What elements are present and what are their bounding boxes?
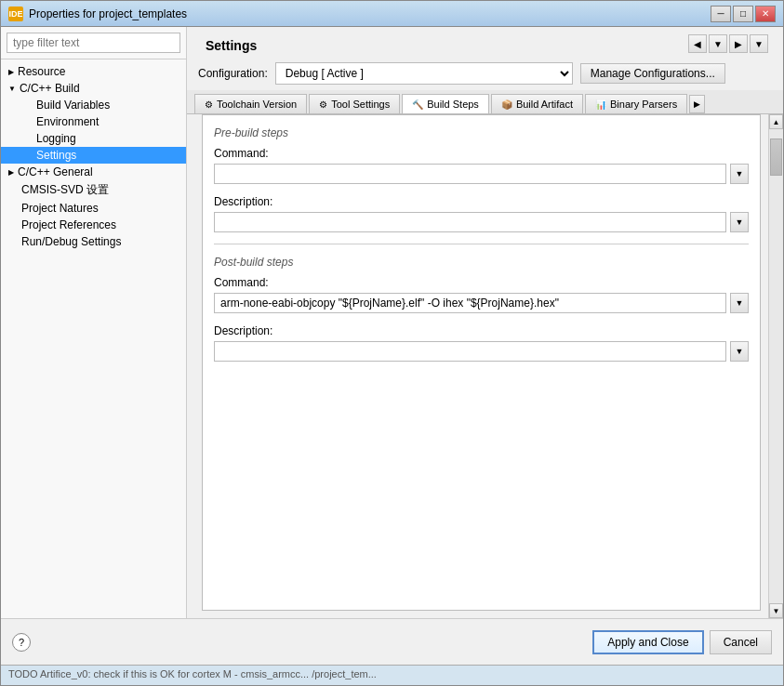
right-panel: Settings ◀ ▼ ▶ ▼ Configuration: Debug [ … <box>187 27 783 618</box>
tree-label-logging: Logging <box>36 132 76 145</box>
tree-item-project-natures[interactable]: Project Natures <box>1 200 186 217</box>
pre-command-input[interactable] <box>214 164 726 184</box>
nav-dropdown-back[interactable]: ▼ <box>709 34 727 53</box>
pre-description-input[interactable] <box>214 212 726 232</box>
minimize-button[interactable]: ─ <box>711 6 731 22</box>
expand-icon-cpp-build: ▼ <box>8 85 16 93</box>
tab-icon-binary-parsers: 📊 <box>595 99 606 110</box>
pre-description-dropdown[interactable]: ▼ <box>730 212 749 232</box>
left-panel: ▶Resource▼C/C++ BuildBuild VariablesEnvi… <box>1 27 187 618</box>
scroll-up-button[interactable]: ▲ <box>769 114 783 129</box>
cancel-button[interactable]: Cancel <box>710 630 772 654</box>
tree-label-cpp-build: C/C++ Build <box>20 82 80 95</box>
title-bar-left: IDE Properties for project_templates <box>8 7 187 21</box>
tab-label-build-steps: Build Steps <box>427 99 479 110</box>
bottom-bar: ? Apply and Close Cancel <box>1 618 783 665</box>
tab-icon-toolchain-version: ⚙ <box>205 99 213 110</box>
tree-label-environment: Environment <box>36 115 99 128</box>
pre-command-row: ▼ <box>214 164 749 184</box>
close-button[interactable]: ✕ <box>755 6 776 22</box>
bottom-buttons: Apply and Close Cancel <box>592 630 772 654</box>
title-bar: IDE Properties for project_templates ─ □… <box>1 1 783 27</box>
tab-toolchain-version[interactable]: ⚙Toolchain Version <box>194 94 307 113</box>
tab-build-artifact[interactable]: 📦Build Artifact <box>491 94 583 113</box>
tree-label-resource: Resource <box>18 65 65 78</box>
tab-icon-tool-settings: ⚙ <box>319 99 327 110</box>
tree-item-settings[interactable]: Settings <box>1 147 186 164</box>
pre-command-label: Command: <box>214 147 749 160</box>
tree-label-cpp-general: C/C++ General <box>18 165 93 178</box>
settings-title: Settings <box>194 31 268 57</box>
title-bar-buttons: ─ □ ✕ <box>711 6 776 22</box>
nav-back-button[interactable]: ◀ <box>688 34 707 53</box>
pre-build-title: Pre-build steps <box>214 126 749 139</box>
post-command-input[interactable] <box>214 293 726 313</box>
config-select[interactable]: Debug [ Active ] <box>275 62 573 85</box>
pre-build-section: Pre-build steps Command: ▼ Description: … <box>214 126 749 232</box>
scroll-track <box>769 129 783 603</box>
config-row: Configuration: Debug [ Active ] Manage C… <box>187 57 783 90</box>
tree-item-run-debug[interactable]: Run/Debug Settings <box>1 233 186 250</box>
post-description-input[interactable] <box>214 341 726 362</box>
pre-command-dropdown[interactable]: ▼ <box>730 164 749 184</box>
tree-item-cpp-build[interactable]: ▼C/C++ Build <box>1 80 186 97</box>
nav-dropdown-forward[interactable]: ▼ <box>750 34 768 53</box>
scroll-down-button[interactable]: ▼ <box>769 603 783 618</box>
tree-item-resource[interactable]: ▶Resource <box>1 63 186 80</box>
tree-item-project-references[interactable]: Project References <box>1 217 186 233</box>
tab-build-steps[interactable]: 🔨Build Steps <box>402 94 489 114</box>
tree-label-project-natures: Project Natures <box>21 202 99 215</box>
window-icon: IDE <box>8 7 23 21</box>
tab-icon-build-steps: 🔨 <box>412 99 423 110</box>
nav-forward-button[interactable]: ▶ <box>729 34 748 53</box>
main-content: ▶Resource▼C/C++ BuildBuild VariablesEnvi… <box>1 27 783 618</box>
nav-arrows: ◀ ▼ ▶ ▼ <box>688 34 776 53</box>
tree-item-cmsis-svd[interactable]: CMSIS-SVD 设置 <box>1 180 186 200</box>
tree-label-run-debug: Run/Debug Settings <box>21 235 121 248</box>
tab-content: Pre-build steps Command: ▼ Description: … <box>202 114 761 611</box>
section-divider <box>214 244 749 244</box>
tab-label-toolchain-version: Toolchain Version <box>217 99 297 110</box>
tree-item-environment[interactable]: Environment <box>1 113 186 130</box>
status-text: TODO Artifice_v0: check if this is OK fo… <box>8 668 377 679</box>
status-bar: TODO Artifice_v0: check if this is OK fo… <box>1 665 783 685</box>
tree-label-project-references: Project References <box>21 218 116 231</box>
tab-more-button[interactable]: ▶ <box>689 95 705 113</box>
tab-label-tool-settings: Tool Settings <box>331 99 390 110</box>
pre-description-label: Description: <box>214 195 749 208</box>
tree-item-logging[interactable]: Logging <box>1 130 186 147</box>
scroll-thumb[interactable] <box>770 139 782 176</box>
help-button[interactable]: ? <box>12 633 31 652</box>
post-description-label: Description: <box>214 324 749 337</box>
scrollbar: ▲ ▼ <box>768 114 783 618</box>
post-description-row: ▼ <box>214 341 749 362</box>
tab-label-build-artifact: Build Artifact <box>516 99 573 110</box>
manage-configurations-button[interactable]: Manage Configurations... <box>580 63 725 84</box>
expand-icon-cpp-general: ▶ <box>8 168 14 177</box>
expand-icon-resource: ▶ <box>8 68 14 76</box>
main-window: IDE Properties for project_templates ─ □… <box>0 0 784 686</box>
config-label: Configuration: <box>198 67 268 80</box>
post-command-row: ▼ <box>214 293 749 313</box>
search-box <box>1 27 186 59</box>
tree-label-cmsis-svd: CMSIS-SVD 设置 <box>21 182 109 198</box>
tree-area: ▶Resource▼C/C++ BuildBuild VariablesEnvi… <box>1 59 186 618</box>
post-command-label: Command: <box>214 276 749 289</box>
maximize-button[interactable]: □ <box>733 6 753 22</box>
tree-label-build-variables: Build Variables <box>36 99 110 112</box>
apply-close-button[interactable]: Apply and Close <box>592 630 703 654</box>
search-input[interactable] <box>7 33 180 53</box>
post-description-dropdown[interactable]: ▼ <box>730 341 749 362</box>
tree-item-cpp-general[interactable]: ▶C/C++ General <box>1 164 186 180</box>
tree-item-build-variables[interactable]: Build Variables <box>1 97 186 113</box>
tab-binary-parsers[interactable]: 📊Binary Parsers <box>585 94 687 113</box>
post-build-title: Post-build steps <box>214 256 749 269</box>
post-build-section: Post-build steps Command: ▼ Description:… <box>214 256 749 362</box>
window-title: Properties for project_templates <box>29 7 187 20</box>
tab-icon-build-artifact: 📦 <box>501 99 512 110</box>
tabs-container: ⚙Toolchain Version⚙Tool Settings🔨Build S… <box>187 90 783 114</box>
pre-description-row: ▼ <box>214 212 749 232</box>
tab-tool-settings[interactable]: ⚙Tool Settings <box>309 94 400 113</box>
post-command-dropdown[interactable]: ▼ <box>730 293 749 313</box>
tree-label-settings: Settings <box>36 149 76 162</box>
